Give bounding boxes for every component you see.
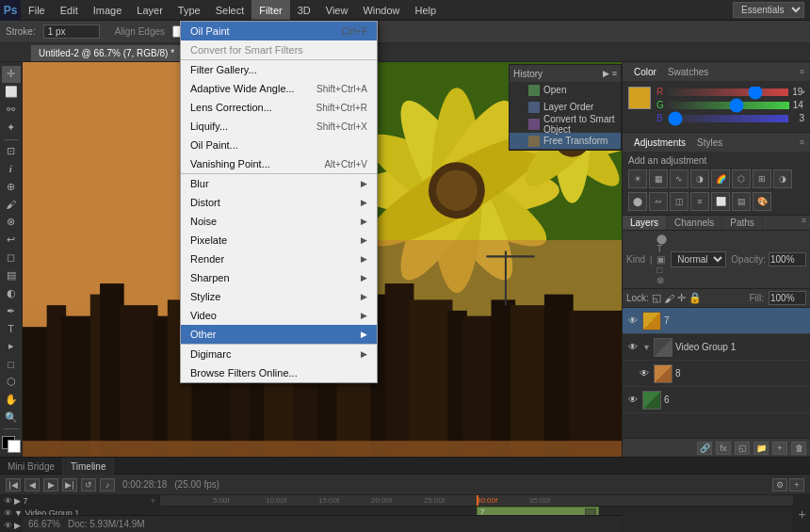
new-group-btn[interactable]: 📁 bbox=[753, 442, 769, 455]
eyedropper-tool[interactable]: 𝒊 bbox=[2, 160, 21, 177]
background-color[interactable] bbox=[8, 440, 21, 453]
color-panel-expand[interactable]: ≡ bbox=[800, 67, 804, 76]
marquee-tool[interactable]: ⬜ bbox=[2, 84, 21, 101]
filter-liquify[interactable]: Liquify... Shift+Ctrl+X bbox=[181, 117, 377, 136]
color-tab[interactable]: Color bbox=[628, 67, 662, 77]
layer-item-8[interactable]: 👁 8 bbox=[623, 361, 810, 387]
history-brush-tool[interactable]: ↩ bbox=[2, 232, 21, 249]
lock-transparent-icon[interactable]: ◱ bbox=[652, 292, 661, 304]
delete-layer-btn[interactable]: 🗑 bbox=[791, 442, 806, 455]
layer-item-7[interactable]: 👁 7 bbox=[623, 308, 810, 334]
track-eye-8[interactable]: 👁 bbox=[4, 521, 12, 530]
history-item-free-transform[interactable]: Free Transform bbox=[510, 133, 621, 150]
timeline-prev-frame[interactable]: ◀ bbox=[24, 478, 40, 492]
filter-pixelate[interactable]: Pixelate ▶ bbox=[181, 231, 377, 250]
filter-video[interactable]: Video ▶ bbox=[181, 306, 377, 325]
blue-slider[interactable] bbox=[667, 115, 788, 122]
swatches-tab[interactable]: Swatches bbox=[662, 67, 714, 77]
layers-panel-menu[interactable]: ≡ bbox=[798, 216, 810, 230]
new-layer-btn[interactable]: + bbox=[772, 442, 787, 455]
layer-eye-6[interactable]: 👁 bbox=[626, 394, 640, 407]
eraser-tool[interactable]: ◻ bbox=[2, 250, 21, 266]
wand-tool[interactable]: ✦ bbox=[2, 120, 21, 137]
filter-oil-paint[interactable]: Oil Paint Ctrl+F bbox=[181, 22, 377, 40]
color-panel-header[interactable]: Color Swatches ≡ bbox=[623, 62, 810, 81]
red-slider[interactable] bbox=[667, 89, 788, 96]
layer-expand-video-group[interactable]: ▼ bbox=[642, 343, 651, 352]
filter-render[interactable]: Render ▶ bbox=[181, 250, 377, 268]
filter-browse-online[interactable]: Browse Filters Online... bbox=[181, 363, 377, 382]
layer-item-6[interactable]: 👁 6 bbox=[623, 387, 810, 413]
dodge-tool[interactable]: ◐ bbox=[2, 284, 21, 301]
menu-window[interactable]: Window bbox=[355, 0, 407, 20]
filter-noise[interactable]: Noise ▶ bbox=[181, 212, 377, 231]
stroke-input[interactable] bbox=[43, 24, 100, 39]
menu-layer[interactable]: Layer bbox=[129, 0, 170, 20]
zoom-tool[interactable]: 🔍 bbox=[2, 410, 21, 427]
canvas-tab[interactable]: Untitled-2 @ 66.7% (7, RGB/8) * ✕ bbox=[30, 44, 194, 61]
lock-image-icon[interactable]: 🖌 bbox=[664, 293, 674, 304]
photo-filter-icon[interactable]: ⬤ bbox=[628, 192, 647, 211]
gradient-map-icon[interactable]: ▤ bbox=[732, 192, 751, 211]
path-select-tool[interactable]: ▸ bbox=[2, 338, 21, 355]
filter-oil-paint-2[interactable]: Oil Paint... bbox=[181, 136, 377, 154]
history-toggle[interactable]: ▶ ≡ bbox=[603, 69, 617, 78]
timeline-loop[interactable]: ↺ bbox=[81, 478, 96, 492]
layers-tab-layers[interactable]: Layers bbox=[623, 216, 667, 230]
opacity-input[interactable] bbox=[769, 252, 806, 266]
menu-file[interactable]: File bbox=[21, 0, 53, 20]
filter-distort[interactable]: Distort ▶ bbox=[181, 193, 377, 212]
timeline-skip-start[interactable]: |◀ bbox=[6, 478, 21, 492]
filter-adaptive-wide-angle[interactable]: Adaptive Wide Angle... Shift+Ctrl+A bbox=[181, 79, 377, 98]
layer-eye-8[interactable]: 👁 bbox=[638, 367, 651, 380]
track-eye-vg[interactable]: 👁 bbox=[4, 508, 12, 518]
menu-view[interactable]: View bbox=[318, 0, 356, 20]
timeline-settings[interactable]: ⚙ bbox=[772, 478, 787, 492]
curves-icon[interactable]: ∿ bbox=[670, 169, 688, 188]
crop-tool[interactable]: ⊡ bbox=[2, 142, 21, 159]
move-tool[interactable]: ✛ bbox=[2, 66, 21, 83]
fill-input[interactable] bbox=[769, 291, 806, 305]
filter-gallery[interactable]: Filter Gallery... bbox=[181, 60, 377, 79]
layer-item-video-group[interactable]: 👁 ▼ Video Group 1 bbox=[623, 334, 810, 361]
shape-tool[interactable]: □ bbox=[2, 356, 21, 373]
history-item-smart-object[interactable]: Convert to Smart Object bbox=[510, 116, 621, 133]
levels-icon[interactable]: ▦ bbox=[649, 169, 668, 188]
menu-edit[interactable]: Edit bbox=[53, 0, 86, 20]
layers-tab-paths[interactable]: Paths bbox=[722, 216, 763, 230]
menu-select[interactable]: Select bbox=[208, 0, 252, 20]
menu-filter[interactable]: Filter bbox=[251, 0, 289, 20]
posterize-icon[interactable]: ≡ bbox=[690, 192, 709, 211]
menu-image[interactable]: Image bbox=[86, 0, 130, 20]
filter-blur[interactable]: Blur ▶ bbox=[181, 174, 377, 193]
menu-3d[interactable]: 3D bbox=[290, 0, 318, 20]
invert-icon[interactable]: ◫ bbox=[670, 192, 688, 211]
bw-icon[interactable]: ◑ bbox=[773, 169, 792, 188]
styles-tab[interactable]: Styles bbox=[691, 137, 728, 148]
lock-all-icon[interactable]: 🔒 bbox=[688, 292, 702, 304]
timeline-audio[interactable]: ♪ bbox=[100, 478, 115, 492]
filter-other[interactable]: Other ▶ bbox=[181, 325, 377, 344]
menu-type[interactable]: Type bbox=[170, 0, 208, 20]
exposure-icon[interactable]: ◑ bbox=[690, 169, 709, 188]
type-tool[interactable]: T bbox=[2, 320, 21, 337]
channel-mix-icon[interactable]: ∾ bbox=[649, 192, 668, 211]
pen-tool[interactable]: ✒ bbox=[2, 302, 21, 319]
threshold-icon[interactable]: ⬜ bbox=[711, 192, 730, 211]
layer-eye-7[interactable]: 👁 bbox=[626, 314, 640, 328]
add-style-btn[interactable]: fx bbox=[716, 442, 731, 455]
blend-mode-select[interactable]: Normal bbox=[671, 251, 726, 267]
layers-tab-channels[interactable]: Channels bbox=[667, 216, 722, 230]
gradient-tool[interactable]: ▤ bbox=[2, 267, 21, 284]
add-track-btn[interactable]: + bbox=[793, 495, 810, 532]
workspace-select[interactable]: Essentials bbox=[733, 2, 804, 18]
track-add-7[interactable]: + bbox=[151, 496, 155, 506]
history-item-open[interactable]: Open bbox=[510, 82, 621, 99]
mini-bridge-tab[interactable]: Mini Bridge bbox=[0, 458, 63, 475]
link-layers-btn[interactable]: 🔗 bbox=[697, 442, 712, 455]
adj-panel-expand[interactable]: ≡ bbox=[800, 137, 804, 147]
selective-color-icon[interactable]: 🎨 bbox=[753, 192, 771, 211]
filter-digimarc[interactable]: Digimarc ▶ bbox=[181, 345, 377, 363]
track-eye-7[interactable]: 👁 bbox=[4, 496, 12, 506]
stamp-tool[interactable]: ⊗ bbox=[2, 214, 21, 231]
